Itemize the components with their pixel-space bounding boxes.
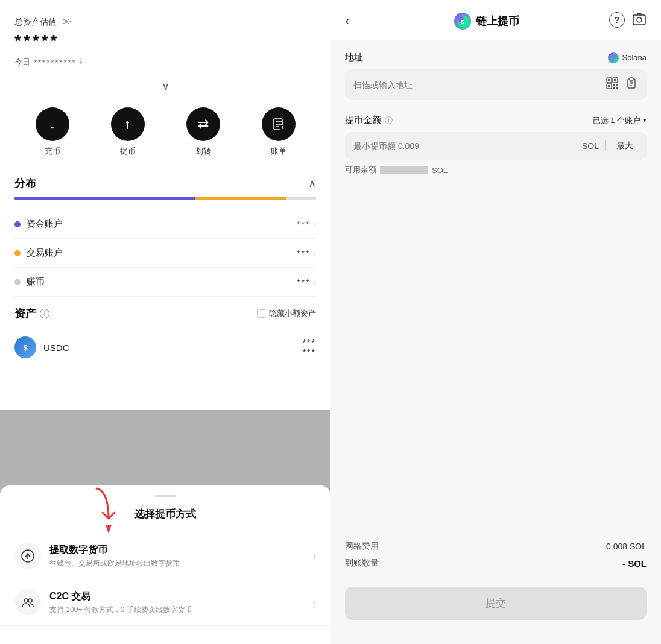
- network-fee-label: 网络费用: [345, 541, 379, 552]
- arrival-value: - SOL: [622, 558, 647, 569]
- dot-blue: [14, 221, 21, 227]
- solana-network-icon: [608, 52, 619, 63]
- crypto-withdraw-icon: [14, 543, 41, 569]
- sol-suffix: SOL: [582, 141, 599, 151]
- progress-yellow: [195, 197, 286, 200]
- address-input-row: [345, 69, 647, 100]
- action-deposit[interactable]: ↓ 充币: [36, 107, 69, 157]
- svg-point-10: [28, 599, 32, 602]
- distribution-title: 分布: [14, 176, 36, 191]
- distribution-progress-bar: [14, 197, 316, 200]
- sol-coin-icon: S: [454, 13, 471, 30]
- eye-icon[interactable]: 👁: [62, 17, 71, 28]
- sheet-handle: [154, 495, 176, 497]
- progress-gray: [286, 197, 316, 200]
- bills-label: 账单: [271, 146, 286, 157]
- max-button[interactable]: 最大: [612, 139, 638, 153]
- paste-address-button[interactable]: [625, 77, 638, 93]
- bills-icon: [262, 107, 296, 141]
- account-trade-name: 交易账户: [27, 247, 63, 259]
- account-list: 资金账户 *** › 交易账户 *** › 赚币 ***: [0, 210, 330, 297]
- action-buttons: ↓ 充币 ↑ 提币 ⇄ 划转 账单: [0, 98, 330, 169]
- account-trade-chevron: ›: [313, 248, 316, 259]
- account-funds-chevron: ›: [313, 219, 316, 230]
- account-funds-name: 资金账户: [27, 218, 63, 230]
- network-badge: Solana: [608, 52, 647, 63]
- svg-text:S: S: [461, 19, 464, 25]
- left-panel: 总资产估值 👁 ***** 今日 ********** › ∨ ↓ 充币 ↑ 提…: [0, 0, 330, 644]
- c2c-subtitle: 支持 100+ 付款方式，0 手续费卖出数字货币: [49, 605, 192, 615]
- submit-button[interactable]: 提交: [345, 587, 647, 620]
- deposit-label: 充币: [45, 146, 60, 157]
- address-label: 地址: [345, 52, 363, 63]
- svg-rect-22: [613, 84, 615, 86]
- arrival-row: 到账数量 - SOL: [345, 558, 647, 569]
- svg-rect-19: [608, 79, 610, 81]
- asset-header: 总资产估值 👁 ***** 今日 ********** ›: [0, 0, 330, 77]
- divider: [605, 140, 606, 151]
- account-earn-value: ***: [297, 277, 310, 287]
- balance-label: 可用余额: [345, 165, 376, 175]
- withdraw-label: 提币: [120, 146, 136, 157]
- hide-small-assets[interactable]: 隐藏小额资产: [257, 308, 316, 319]
- today-label: 今日: [14, 57, 30, 68]
- svg-rect-21: [608, 85, 610, 87]
- svg-rect-27: [630, 78, 633, 80]
- help-button[interactable]: ?: [609, 12, 625, 28]
- account-funds-value: ***: [297, 219, 310, 229]
- balance-row: 可用余额 SOL: [345, 165, 647, 175]
- sheet-item-c2c[interactable]: C2C 交易 支持 100+ 付款方式，0 手续费卖出数字货币 ›: [0, 579, 330, 626]
- scan-qr-button[interactable]: [606, 77, 619, 93]
- balance-sol-suffix: SOL: [432, 166, 448, 175]
- address-input[interactable]: [353, 80, 599, 90]
- assets-title: 资产: [14, 306, 36, 321]
- page-title: 链上提币: [476, 14, 519, 28]
- today-value: **********: [34, 58, 77, 67]
- red-arrow-indicator: [90, 482, 139, 545]
- amount-section: 提币金额 ⓘ 已选 1 个账户 ▾ SOL 最大 可用余额 SOL: [345, 115, 647, 175]
- fee-section: 网络费用 0.008 SOL 到账数量 - SOL: [330, 529, 661, 587]
- action-transfer[interactable]: ⇄ 划转: [186, 107, 220, 157]
- arrival-label: 到账数量: [345, 558, 379, 569]
- c2c-icon: [14, 589, 41, 616]
- back-button[interactable]: ‹: [345, 13, 364, 29]
- sheet-title: 选择提币方式: [0, 507, 330, 521]
- amount-input[interactable]: [353, 141, 576, 151]
- account-item-earn[interactable]: 赚币 *** ›: [14, 268, 316, 297]
- account-selector[interactable]: 已选 1 个账户 ▾: [593, 115, 647, 126]
- camera-button[interactable]: [632, 12, 647, 30]
- hide-small-checkbox[interactable]: [257, 309, 265, 318]
- dot-yellow: [14, 250, 21, 256]
- distribution-collapse-icon[interactable]: ∧: [308, 177, 316, 190]
- svg-point-15: [637, 17, 642, 22]
- network-name: Solana: [622, 53, 647, 62]
- dropdown-icon: ▾: [643, 116, 647, 124]
- account-trade-value: ***: [297, 248, 310, 258]
- svg-rect-24: [613, 87, 615, 89]
- asset-label: 总资产估值: [14, 17, 57, 28]
- amount-label: 提币金额: [345, 115, 381, 126]
- sheet-item-crypto[interactable]: 提取数字货币 往钱包、交易所或欧易地址转出数字货币 ›: [0, 533, 330, 579]
- account-item-trade[interactable]: 交易账户 *** ›: [14, 239, 316, 268]
- svg-marker-11: [106, 525, 112, 534]
- today-chevron-icon[interactable]: ›: [80, 58, 83, 66]
- network-fee-row: 网络费用 0.008 SOL: [345, 541, 647, 552]
- c2c-chevron-icon: ›: [312, 596, 316, 609]
- action-bills[interactable]: 账单: [262, 107, 296, 157]
- asset-value: *****: [14, 31, 316, 51]
- transfer-label: 划转: [195, 146, 211, 157]
- asset-row-usdc[interactable]: $ USDC *** ***: [14, 329, 316, 365]
- svg-rect-14: [633, 15, 645, 25]
- withdraw-icon: ↑: [111, 107, 145, 141]
- action-withdraw[interactable]: ↑ 提币: [111, 107, 145, 157]
- account-earn-name: 赚币: [27, 276, 45, 288]
- collapse-toggle[interactable]: ∨: [0, 77, 330, 98]
- svg-point-9: [24, 599, 28, 602]
- progress-blue: [14, 197, 195, 200]
- bottom-sheet: 选择提币方式 提取数字货币 往钱包、交易所或欧易地址转出数字货币 ›: [0, 485, 330, 644]
- account-item-funds[interactable]: 资金账户 *** ›: [14, 210, 316, 239]
- account-earn-chevron: ›: [313, 277, 316, 288]
- balance-value-blur: [380, 166, 428, 174]
- amount-info-icon: ⓘ: [385, 115, 393, 126]
- selected-accounts-text: 已选 1 个账户: [593, 115, 640, 126]
